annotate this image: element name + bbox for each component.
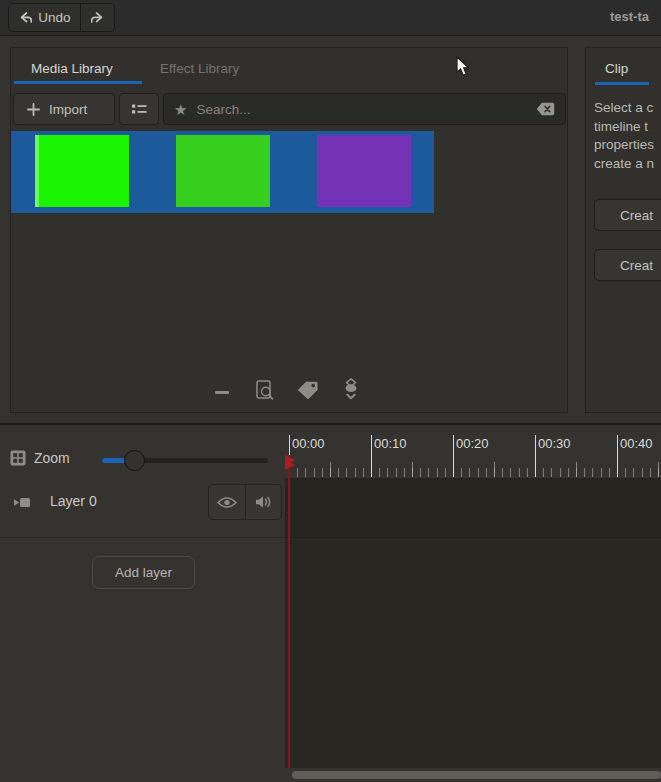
mouse-cursor [456, 56, 470, 77]
search-input[interactable] [187, 102, 536, 117]
toggle-video-visibility-button[interactable] [209, 485, 246, 519]
ruler-minor-ticks [285, 468, 661, 477]
tab-media-library[interactable]: Media Library [31, 61, 113, 76]
color-clip-2[interactable] [176, 135, 270, 207]
redo-arrow-icon [91, 11, 105, 24]
playhead-marker[interactable] [285, 455, 296, 470]
description-line: timeline t [594, 118, 654, 137]
description-line: Select a c [594, 99, 654, 118]
redo-button[interactable] [81, 4, 114, 31]
layer-toggle-group [208, 484, 282, 520]
remove-icon[interactable] [215, 391, 229, 394]
speaker-icon [255, 495, 272, 509]
zoom-slider-knob[interactable] [124, 450, 145, 471]
horizontal-scrollbar[interactable] [292, 771, 661, 779]
insert-at-end-icon[interactable] [342, 378, 360, 401]
undo-button[interactable]: Undo [9, 4, 81, 31]
color-clip-3[interactable] [317, 135, 411, 207]
list-view-icon [132, 103, 147, 115]
create-title-clip-button[interactable]: Creat [594, 199, 661, 231]
clip-properties-panel: Clip Select a c timeline t properties cr… [585, 47, 661, 413]
media-library-panel: Media Library Effect Library Import ★ [10, 47, 568, 413]
ruler-major-tick [535, 435, 536, 477]
ruler-major-tick [371, 435, 372, 477]
ruler-label: 00:00 [292, 436, 325, 451]
plus-icon [27, 103, 40, 116]
eye-icon [217, 496, 237, 509]
import-label: Import [49, 102, 87, 117]
description-line: create a n [594, 155, 654, 174]
tag-icon[interactable] [297, 379, 319, 400]
ruler-label: 00:30 [538, 436, 571, 451]
undo-redo-group: Undo [8, 3, 115, 32]
zoom-label: Zoom [34, 450, 70, 466]
list-view-toggle-button[interactable] [119, 93, 159, 125]
search-entry[interactable]: ★ [163, 93, 566, 125]
header-bar: Undo test-ta [0, 0, 661, 36]
active-tab-underline [14, 81, 142, 84]
playhead-line [288, 455, 290, 768]
toggle-audio-button[interactable] [246, 485, 282, 519]
description-line: properties [594, 136, 654, 155]
clip-properties-icon[interactable] [256, 380, 274, 400]
selected-media-row[interactable] [11, 131, 434, 213]
ruler-major-tick [453, 435, 454, 477]
star-icon: ★ [174, 102, 187, 117]
tab-effect-library[interactable]: Effect Library [160, 61, 239, 76]
layer-name: Layer 0 [50, 493, 97, 509]
undo-label: Undo [38, 10, 70, 25]
clip-panel-description: Select a c timeline t properties create … [594, 99, 654, 173]
add-layer-button[interactable]: Add layer [92, 556, 195, 589]
layer-0-track[interactable] [285, 478, 661, 538]
zoom-fit-icon[interactable] [10, 450, 26, 466]
ruler-label: 00:20 [456, 436, 489, 451]
app-window: Undo test-ta Media Library Effect Librar… [0, 0, 661, 782]
ruler-label: 00:10 [374, 436, 407, 451]
ruler-label: 00:40 [620, 436, 653, 451]
import-button[interactable]: Import [13, 93, 115, 125]
tab-clip[interactable]: Clip [605, 61, 628, 76]
create-color-clip-button[interactable]: Creat [594, 249, 661, 281]
ruler-major-tick [617, 435, 618, 477]
color-clip-1[interactable] [35, 135, 129, 207]
timeline-ruler[interactable]: 00:0000:1000:2000:3000:40 [285, 425, 661, 478]
clear-backspace-icon[interactable] [536, 102, 555, 116]
playhead-flag-shape [285, 455, 295, 470]
layer-0-header[interactable]: Layer 0 [0, 478, 285, 538]
undo-arrow-icon [18, 11, 32, 24]
clip-tab-underline [595, 82, 649, 85]
window-title: test-ta [610, 9, 649, 24]
layer-menu-icon[interactable] [13, 496, 31, 509]
